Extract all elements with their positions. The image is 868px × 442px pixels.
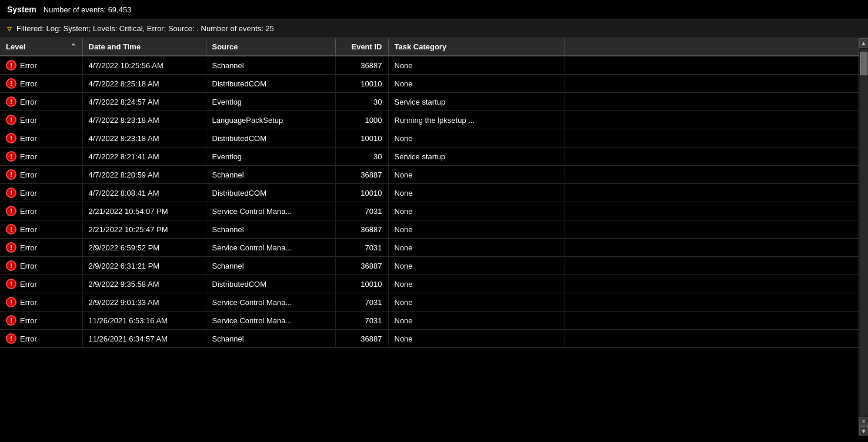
table-row[interactable]: !Error4/7/2022 8:23:18 AMDistributedCOM1…	[0, 129, 859, 148]
cell-taskcategory: None	[388, 184, 565, 202]
col-header-eventid[interactable]: Event ID	[335, 38, 388, 56]
table-row[interactable]: !Error2/9/2022 6:31:21 PMSchannel36887No…	[0, 257, 859, 275]
cell-eventid: 36887	[335, 220, 388, 239]
level-text: Error	[20, 79, 37, 88]
cell-taskcategory: Running the lpksetup ...	[388, 111, 565, 129]
table-row[interactable]: !Error4/7/2022 10:25:56 AMSchannel36887N…	[0, 56, 859, 75]
table-row[interactable]: !Error4/7/2022 8:21:41 AMEventlog30Servi…	[0, 148, 859, 166]
cell-level: !Error	[0, 202, 82, 220]
cell-level: !Error	[0, 330, 82, 348]
table-header-row: Level ⌃ Date and Time Source Event ID Ta…	[0, 38, 859, 56]
cell-source: Schannel	[206, 166, 335, 184]
cell-datetime: 4/7/2022 8:20:59 AM	[82, 166, 206, 184]
error-icon: !	[6, 224, 16, 235]
cell-level: !Error	[0, 275, 82, 293]
error-icon: !	[6, 169, 16, 180]
cell-datetime: 4/7/2022 8:25:18 AM	[82, 75, 206, 93]
cell-source: DistributedCOM	[206, 129, 335, 148]
cell-source: LanguagePackSetup	[206, 111, 335, 129]
cell-eventid: 1000	[335, 111, 388, 129]
scrollbar-middle-button[interactable]: ≡	[859, 417, 869, 426]
cell-datetime: 4/7/2022 8:23:18 AM	[82, 129, 206, 148]
cell-datetime: 4/7/2022 10:25:56 AM	[82, 56, 206, 75]
cell-extra	[565, 166, 859, 184]
scrollbar-down-button[interactable]: ▼	[859, 426, 869, 436]
cell-taskcategory: None	[388, 239, 565, 257]
cell-source: DistributedCOM	[206, 75, 335, 93]
cell-taskcategory: None	[388, 75, 565, 93]
error-icon: !	[6, 187, 16, 198]
cell-level: !Error	[0, 312, 82, 330]
cell-extra	[565, 56, 859, 75]
cell-extra	[565, 257, 859, 275]
table-row[interactable]: !Error2/9/2022 6:59:52 PMService Control…	[0, 239, 859, 257]
cell-level: !Error	[0, 184, 82, 202]
cell-taskcategory: None	[388, 312, 565, 330]
table-row[interactable]: !Error2/9/2022 9:01:33 AMService Control…	[0, 293, 859, 312]
col-header-extra	[565, 38, 859, 56]
table-row[interactable]: !Error11/26/2021 6:53:16 AMService Contr…	[0, 312, 859, 330]
cell-extra	[565, 129, 859, 148]
table-row[interactable]: !Error11/26/2021 6:34:57 AMSchannel36887…	[0, 330, 859, 348]
cell-extra	[565, 330, 859, 348]
level-text: Error	[20, 152, 37, 161]
cell-datetime: 2/9/2022 9:01:33 AM	[82, 293, 206, 312]
filter-icon: ▿	[7, 23, 12, 34]
cell-datetime: 2/21/2022 10:25:47 PM	[82, 220, 206, 239]
cell-level: !Error	[0, 56, 82, 75]
table-row[interactable]: !Error4/7/2022 8:20:59 AMSchannel36887No…	[0, 166, 859, 184]
level-text: Error	[20, 170, 37, 179]
sort-arrow-level: ⌃	[70, 42, 76, 51]
col-header-datetime[interactable]: Date and Time	[82, 38, 206, 56]
cell-extra	[565, 75, 859, 93]
table-container: Level ⌃ Date and Time Source Event ID Ta…	[0, 38, 868, 436]
cell-source: Service Control Mana...	[206, 312, 335, 330]
table-row[interactable]: !Error4/7/2022 8:24:57 AMEventlog30Servi…	[0, 93, 859, 111]
error-icon: !	[6, 115, 16, 125]
level-text: Error	[20, 298, 37, 307]
cell-datetime: 4/7/2022 8:08:41 AM	[82, 184, 206, 202]
cell-taskcategory: None	[388, 202, 565, 220]
error-icon: !	[6, 242, 16, 253]
cell-level: !Error	[0, 166, 82, 184]
cell-extra	[565, 184, 859, 202]
error-icon: !	[6, 206, 16, 216]
cell-datetime: 2/9/2022 9:35:58 AM	[82, 275, 206, 293]
cell-taskcategory: None	[388, 129, 565, 148]
error-icon: !	[6, 60, 16, 71]
cell-datetime: 4/7/2022 8:21:41 AM	[82, 148, 206, 166]
col-header-level[interactable]: Level ⌃	[0, 38, 82, 56]
scrollbar-thumb[interactable]	[860, 52, 867, 75]
error-icon: !	[6, 133, 16, 143]
cell-datetime: 11/26/2021 6:34:57 AM	[82, 330, 206, 348]
cell-level: !Error	[0, 239, 82, 257]
cell-level: !Error	[0, 220, 82, 239]
col-header-taskcategory[interactable]: Task Category	[388, 38, 565, 56]
table-row[interactable]: !Error4/7/2022 8:08:41 AMDistributedCOM1…	[0, 184, 859, 202]
table-row[interactable]: !Error2/21/2022 10:54:07 PMService Contr…	[0, 202, 859, 220]
cell-source: Schannel	[206, 56, 335, 75]
cell-eventid: 7031	[335, 202, 388, 220]
cell-source: Schannel	[206, 330, 335, 348]
cell-taskcategory: None	[388, 293, 565, 312]
col-header-source[interactable]: Source	[206, 38, 335, 56]
scrollbar-track[interactable]	[860, 49, 868, 416]
level-text: Error	[20, 280, 37, 289]
error-icon: !	[6, 279, 16, 289]
cell-level: !Error	[0, 148, 82, 166]
level-text: Error	[20, 207, 37, 216]
cell-eventid: 7031	[335, 293, 388, 312]
table-row[interactable]: !Error2/9/2022 9:35:58 AMDistributedCOM1…	[0, 275, 859, 293]
cell-eventid: 7031	[335, 312, 388, 330]
scrollbar-up-button[interactable]: ▲	[859, 38, 869, 48]
level-text: Error	[20, 243, 37, 252]
table-row[interactable]: !Error4/7/2022 8:25:18 AMDistributedCOM1…	[0, 75, 859, 93]
error-icon: !	[6, 151, 16, 162]
cell-level: !Error	[0, 111, 82, 129]
cell-extra	[565, 239, 859, 257]
cell-eventid: 10010	[335, 184, 388, 202]
cell-datetime: 2/21/2022 10:54:07 PM	[82, 202, 206, 220]
table-row[interactable]: !Error2/21/2022 10:25:47 PMSchannel36887…	[0, 220, 859, 239]
scrollbar[interactable]: ▲ ≡ ▼	[859, 38, 868, 436]
table-row[interactable]: !Error4/7/2022 8:23:18 AMLanguagePackSet…	[0, 111, 859, 129]
